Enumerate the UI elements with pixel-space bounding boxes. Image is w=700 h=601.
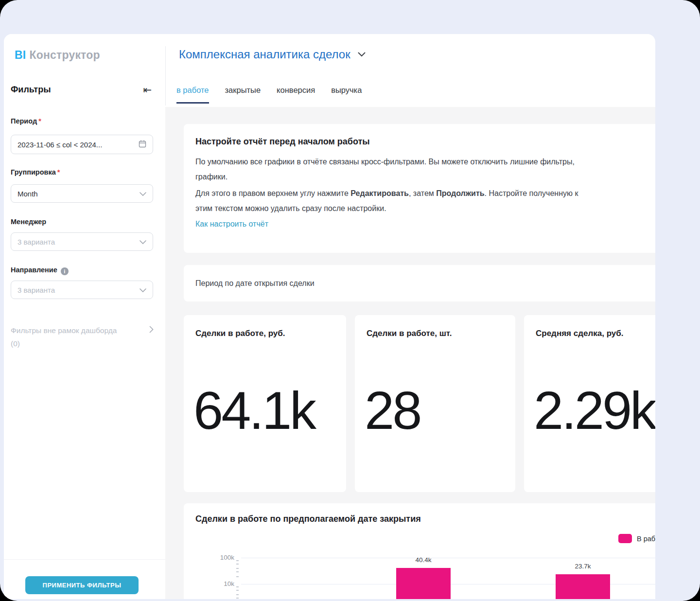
grouping-label: Группировка*	[11, 168, 60, 176]
logo-bi: BI	[15, 49, 26, 61]
page-background: BIКонструктор Фильтры Период* 2023-11-06…	[0, 0, 700, 601]
how-to-configure-link[interactable]: Как настроить отчёт	[195, 220, 268, 229]
notice-title: Настройте отчёт перед началом работы	[195, 137, 370, 147]
y-axis-minor-tick	[236, 568, 239, 569]
y-axis-minor-tick	[236, 560, 239, 561]
logo-name: Конструктор	[29, 49, 100, 61]
grouping-select[interactable]: Month	[11, 184, 153, 203]
tab-vyruchka[interactable]: выручка	[331, 86, 362, 104]
kpi-card-deals-count: Сделки в работе, шт. 28	[355, 315, 515, 492]
period-section-card: Период по дате открытия сделки	[184, 265, 655, 301]
outer-filters-count: (0)	[11, 339, 154, 348]
chart-bar[interactable]	[396, 568, 451, 599]
period-label: Период*	[11, 117, 41, 125]
tab-v-rabote[interactable]: в работе	[176, 86, 209, 104]
period-section-label: Период по дате открытия сделки	[195, 279, 315, 288]
period-date-input[interactable]: 2023-11-06 ≤ col < 2024...	[11, 135, 153, 154]
kpi-title: Сделки в работе, шт.	[367, 329, 452, 338]
chevron-down-icon	[140, 237, 146, 246]
y-axis-minor-tick	[236, 590, 239, 591]
filters-title: Фильтры	[11, 85, 51, 95]
info-icon[interactable]	[61, 267, 69, 275]
manager-label: Менеджер	[11, 218, 46, 226]
bar-chart-plot: 100k10k40.4k23.7k	[184, 503, 655, 599]
y-axis-tick-label: 100k	[203, 554, 234, 561]
required-marker: *	[38, 117, 41, 125]
direction-select[interactable]: 3 варианта	[11, 281, 153, 299]
sidebar-footer-divider	[4, 559, 165, 560]
y-axis-tick-label: 10k	[203, 580, 234, 587]
chevron-down-icon	[140, 285, 146, 294]
required-marker: *	[57, 168, 60, 176]
y-axis-minor-tick	[236, 564, 239, 565]
kpi-title: Средняя сделка, руб.	[536, 329, 623, 338]
kpi-value: 28	[365, 379, 420, 441]
outer-filters-label: Фильтры вне рамок дашборда	[11, 326, 117, 335]
y-axis-minor-tick	[236, 576, 239, 577]
direction-label: Направление	[11, 266, 69, 275]
period-date-value: 2023-11-06 ≤ col < 2024...	[18, 141, 102, 149]
setup-notice-card: Настройте отчёт перед началом работы По …	[184, 124, 655, 253]
notice-paragraph-2: Для этого в правом верхнем углу нажмите …	[195, 186, 578, 216]
kpi-title: Сделки в работе, руб.	[195, 329, 285, 338]
filters-header: Фильтры	[11, 85, 152, 95]
page-title: Комплексная аналитика сделок	[179, 48, 350, 61]
app-logo: BIКонструктор	[15, 49, 100, 62]
outer-filters-link[interactable]: Фильтры вне рамок дашборда (0)	[11, 326, 154, 348]
y-axis-minor-tick	[236, 586, 239, 587]
notice-paragraph-1: По умолчанию все графики в отчёте связан…	[195, 154, 575, 184]
app-window: BIКонструктор Фильтры Период* 2023-11-06…	[4, 34, 655, 599]
y-axis-minor-tick	[236, 594, 239, 595]
tab-zakrytye[interactable]: закрытые	[225, 86, 261, 104]
calendar-icon	[139, 140, 146, 150]
chart-bar[interactable]	[556, 574, 610, 599]
dashboard-title-dropdown[interactable]: Комплексная аналитика сделок	[179, 48, 366, 61]
main-content: Настройте отчёт перед началом работы По …	[165, 107, 655, 599]
y-axis-minor-tick	[236, 571, 239, 572]
y-axis-minor-tick	[236, 598, 239, 599]
bar-value-label: 40.4k	[396, 556, 451, 564]
chevron-down-icon	[358, 50, 366, 59]
grouping-value: Month	[18, 190, 38, 198]
collapse-sidebar-icon[interactable]	[143, 85, 152, 95]
manager-placeholder: 3 варианта	[18, 238, 55, 246]
apply-filters-button[interactable]: ПРИМЕНИТЬ ФИЛЬТРЫ	[25, 576, 139, 594]
manager-select[interactable]: 3 варианта	[11, 232, 153, 251]
kpi-value: 2.29k	[534, 379, 655, 441]
direction-placeholder: 3 варианта	[18, 286, 55, 294]
kpi-card-avg-deal: Средняя сделка, руб. 2.29k	[524, 315, 655, 492]
chevron-right-icon	[149, 326, 154, 335]
kpi-card-deals-rub: Сделки в работе, руб. 64.1k	[184, 315, 346, 492]
kpi-value: 64.1k	[193, 379, 315, 441]
tab-konversiya[interactable]: конверсия	[277, 86, 315, 104]
filters-sidebar: BIКонструктор Фильтры Период* 2023-11-06…	[4, 34, 165, 599]
sidebar-divider	[165, 46, 166, 106]
chevron-down-icon	[140, 189, 146, 198]
bar-value-label: 23.7k	[556, 563, 610, 570]
report-tabs: в работе закрытые конверсия выручка	[176, 86, 362, 104]
bar-chart-card: Сделки в работе по предполагаемой дате з…	[184, 503, 655, 599]
